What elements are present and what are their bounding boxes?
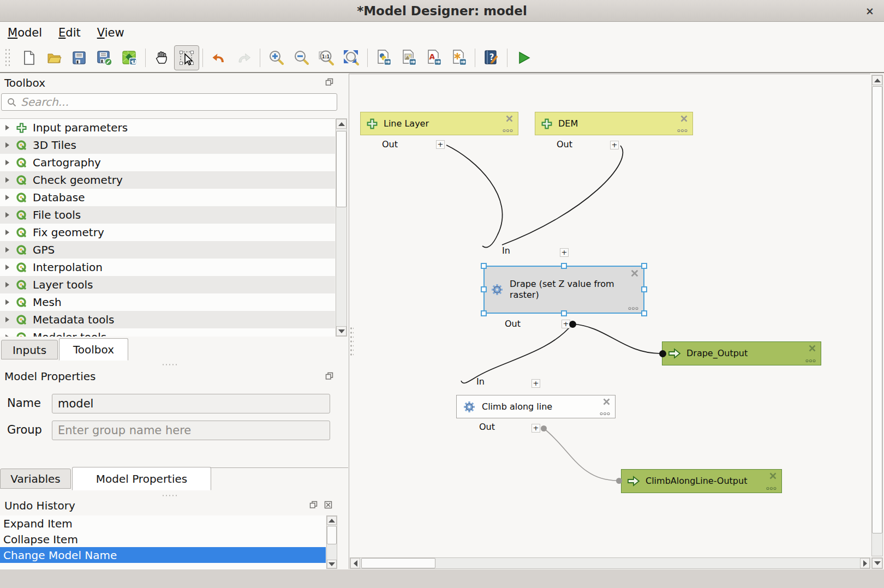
comment-dots-icon[interactable]: [677, 129, 688, 133]
comment-dots-icon[interactable]: [805, 359, 816, 363]
tree-item-layer-tools[interactable]: Layer tools: [0, 276, 335, 293]
expand-caret-icon[interactable]: [5, 334, 9, 337]
drape-out-socket[interactable]: [569, 321, 576, 328]
close-panel-icon[interactable]: [324, 501, 332, 509]
zoom-full-button[interactable]: [339, 45, 364, 70]
undo-button[interactable]: [206, 45, 231, 70]
scroll-up-arrow[interactable]: [327, 516, 337, 525]
selection-handle[interactable]: [641, 286, 647, 292]
export-pdf-button[interactable]: A: [421, 45, 446, 70]
expand-caret-icon[interactable]: [5, 142, 9, 148]
drape-output-in-socket[interactable]: [659, 350, 666, 357]
remove-node-icon[interactable]: [505, 115, 513, 123]
tab-model-properties[interactable]: Model Properties: [72, 467, 211, 490]
undo-history-scrollbar[interactable]: [326, 515, 337, 569]
model-canvas[interactable]: [349, 74, 870, 569]
comment-dots-icon[interactable]: [600, 412, 610, 416]
edit-help-button[interactable]: ?: [479, 45, 504, 70]
tree-item-gps[interactable]: GPS: [0, 241, 335, 259]
tree-item-metadata-tools[interactable]: Metadata tools: [0, 311, 335, 328]
line-layer-out-plus[interactable]: +: [436, 140, 445, 149]
scroll-left-arrow[interactable]: [350, 558, 360, 568]
redo-button[interactable]: [231, 45, 256, 70]
node-climbalongline-output[interactable]: ClimbAlongLine-Output: [621, 469, 782, 493]
expand-caret-icon[interactable]: [5, 317, 9, 322]
toolbox-scrollbar[interactable]: [336, 118, 347, 337]
selection-handle[interactable]: [641, 263, 647, 269]
scroll-up-arrow[interactable]: [872, 75, 882, 85]
canvas-horizontal-scrollbar[interactable]: [350, 557, 870, 569]
tree-item-cartography[interactable]: Cartography: [0, 154, 335, 171]
selection-handle[interactable]: [561, 263, 567, 269]
expand-caret-icon[interactable]: [5, 247, 9, 253]
panel-canvas-splitter[interactable]: [350, 326, 354, 357]
expand-caret-icon[interactable]: [5, 212, 9, 218]
save-model-button[interactable]: [67, 45, 92, 70]
remove-node-icon[interactable]: [602, 398, 611, 406]
undo-item[interactable]: Expand Item: [0, 515, 326, 531]
expand-caret-icon[interactable]: [5, 265, 9, 270]
expand-caret-icon[interactable]: [5, 125, 9, 130]
pan-tool-button[interactable]: [149, 45, 174, 70]
expand-caret-icon[interactable]: [5, 160, 9, 165]
scroll-up-arrow[interactable]: [336, 119, 347, 129]
remove-node-icon[interactable]: [680, 115, 688, 123]
save-model-as-button[interactable]: [92, 45, 117, 70]
model-group-field[interactable]: [52, 421, 330, 440]
zoom-in-button[interactable]: [264, 45, 289, 70]
remove-node-icon[interactable]: [808, 344, 816, 352]
comment-dots-icon[interactable]: [766, 487, 777, 490]
model-name-field[interactable]: [52, 394, 330, 413]
undo-item-selected[interactable]: Change Model Name: [0, 547, 326, 563]
comment-dots-icon[interactable]: [628, 307, 638, 310]
node-climb-along-line[interactable]: Climb along line: [456, 395, 616, 418]
canvas-vertical-scrollbar[interactable]: [871, 75, 883, 556]
scroll-right-arrow[interactable]: [860, 558, 870, 568]
scroll-down-arrow[interactable]: [327, 560, 337, 568]
menu-edit[interactable]: Edit: [58, 26, 81, 39]
expand-caret-icon[interactable]: [5, 195, 9, 200]
tree-item-input-parameters[interactable]: Input parameters: [0, 119, 335, 136]
undo-item[interactable]: Collapse Item: [0, 531, 326, 547]
toolbox-search[interactable]: [1, 93, 337, 111]
float-panel-icon[interactable]: [325, 372, 333, 380]
scroll-down-arrow[interactable]: [872, 558, 882, 568]
comment-dots-icon[interactable]: [503, 129, 513, 133]
run-model-button[interactable]: [511, 45, 536, 70]
remove-node-icon[interactable]: [769, 472, 777, 480]
export-python-button[interactable]: [371, 45, 396, 70]
scroll-down-arrow[interactable]: [336, 326, 347, 336]
expand-caret-icon[interactable]: [5, 299, 9, 305]
expand-caret-icon[interactable]: [5, 282, 9, 287]
node-line-layer[interactable]: Line Layer: [360, 112, 518, 135]
selection-handle[interactable]: [641, 310, 647, 316]
drape-in-plus[interactable]: +: [560, 248, 569, 257]
export-image-button[interactable]: [396, 45, 421, 70]
scrollbar-thumb[interactable]: [336, 131, 347, 207]
tree-item-interpolation[interactable]: Interpolation: [0, 259, 335, 276]
expand-caret-icon[interactable]: [5, 230, 9, 235]
selection-handle[interactable]: [481, 310, 487, 316]
close-window-icon[interactable]: ×: [863, 4, 876, 17]
float-panel-icon[interactable]: [309, 501, 318, 509]
scrollbar-thumb[interactable]: [361, 558, 435, 568]
tab-toolbox[interactable]: Toolbox: [59, 338, 128, 361]
zoom-out-button[interactable]: [289, 45, 314, 70]
climb-out-socket[interactable]: [541, 425, 547, 431]
scrollbar-thumb[interactable]: [872, 86, 882, 533]
menu-view[interactable]: View: [97, 26, 124, 39]
scrollbar-thumb[interactable]: [327, 526, 337, 544]
remove-node-icon[interactable]: [630, 269, 639, 278]
node-dem[interactable]: DEM: [535, 112, 693, 135]
zoom-actual-button[interactable]: 1:1: [314, 45, 339, 70]
search-input[interactable]: [21, 95, 315, 109]
climb-out-plus[interactable]: +: [531, 424, 540, 433]
tree-item-check-geometry[interactable]: Check geometry: [0, 171, 335, 189]
tab-inputs[interactable]: Inputs: [1, 340, 58, 359]
tree-item-3d-tiles[interactable]: 3D Tiles: [0, 136, 335, 154]
selection-handle[interactable]: [481, 286, 487, 292]
panel-splitter-handle[interactable]: [162, 363, 178, 367]
open-model-button[interactable]: [41, 45, 67, 70]
node-drape[interactable]: Drape (set Z value from raster): [483, 266, 644, 314]
selection-handle[interactable]: [561, 310, 567, 316]
